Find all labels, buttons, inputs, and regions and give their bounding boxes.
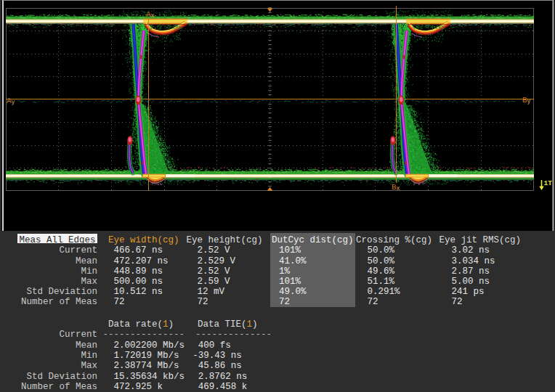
svg-text:1T: 1T (544, 179, 553, 187)
